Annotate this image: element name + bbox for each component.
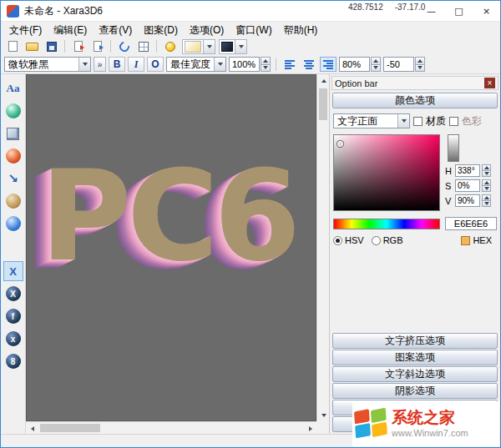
menu-edit[interactable]: 编辑(E) [48, 22, 93, 38]
spin-up-icon[interactable] [482, 179, 491, 185]
animation-tool-button[interactable] [3, 214, 23, 234]
angle-value-field[interactable]: -50 [383, 57, 414, 72]
color-sphere-icon [6, 103, 21, 118]
saturation-value-field[interactable]: 0% [455, 179, 480, 192]
hex-value-field[interactable]: E6E6E6 [445, 217, 497, 230]
font-list-button[interactable]: » [94, 57, 106, 72]
hue-value-field[interactable]: 338° [455, 164, 480, 177]
spin-down-icon[interactable] [371, 64, 381, 73]
tool-sidebar: Aa ↘ X X f x 8 [1, 74, 26, 434]
menu-view[interactable]: 查看(V) [93, 22, 138, 38]
value-gradient-bar[interactable] [448, 134, 459, 162]
lighting-button[interactable] [161, 38, 179, 54]
menu-design[interactable]: 图案(D) [138, 22, 184, 38]
align-left-button[interactable] [281, 57, 298, 72]
color-tool-button[interactable] [3, 101, 23, 121]
spin-down-icon[interactable] [261, 64, 271, 73]
width-mode-select[interactable]: 最佳宽度 [166, 57, 226, 72]
scroll-up-icon[interactable] [317, 74, 330, 87]
orb-f-icon: f [6, 309, 21, 324]
hsv-radio[interactable] [333, 236, 342, 245]
value-value-field[interactable]: 90% [455, 194, 480, 207]
grid-button[interactable] [134, 38, 152, 54]
scroll-right-icon[interactable] [304, 422, 316, 435]
scale-value-field[interactable]: 100% [229, 57, 260, 72]
vertical-scroll-thumb[interactable] [319, 88, 327, 120]
color-checkbox[interactable] [449, 117, 458, 126]
spin-up-icon[interactable] [261, 57, 271, 64]
text-extrusion-options-button[interactable]: 文字挤压选项 [332, 333, 498, 349]
view-style-dropdown[interactable] [219, 39, 247, 54]
orb-8-tool-button[interactable]: 8 [3, 351, 23, 371]
shadow-options-button[interactable]: 阴影选项 [332, 383, 498, 399]
select-x-tool-button[interactable]: X [3, 261, 23, 281]
vertical-scrollbar[interactable] [316, 74, 329, 421]
open-button[interactable] [23, 38, 41, 54]
menu-window[interactable]: 窗口(W) [230, 22, 277, 38]
import-button[interactable] [69, 38, 87, 54]
font-select[interactable]: 微软雅黑 [4, 57, 91, 72]
hsv-label: HSV [345, 235, 364, 245]
close-button[interactable]: × [473, 1, 500, 21]
chevron-down-icon[interactable] [78, 58, 90, 71]
spin-down-icon[interactable] [415, 64, 425, 73]
text-tool-button[interactable]: Aa [3, 78, 23, 98]
spin-down-icon[interactable] [482, 185, 491, 192]
canvas-3d-text[interactable]: PC6 [40, 143, 296, 289]
chevron-down-icon[interactable] [235, 40, 246, 53]
texture-tool-button[interactable] [3, 191, 23, 211]
hue-gradient-bar[interactable] [333, 219, 440, 229]
align-right-icon [323, 59, 333, 69]
surface-select[interactable]: 文字正面 [333, 113, 410, 128]
spin-up-icon[interactable] [482, 194, 491, 200]
rgb-radio[interactable] [372, 236, 381, 245]
chevron-down-icon[interactable] [203, 40, 215, 53]
spin-down-icon[interactable] [482, 200, 491, 207]
spin-up-icon[interactable] [371, 57, 381, 64]
color-swatch-dropdown[interactable] [182, 39, 215, 54]
menu-options[interactable]: 选项(O) [184, 22, 230, 38]
watermark-text: 系统之家 www.Winwin7.com [392, 409, 468, 439]
chevron-down-icon[interactable] [397, 114, 409, 128]
bold-button[interactable]: B [109, 57, 125, 72]
new-button[interactable] [4, 38, 22, 54]
maximize-button[interactable]: □ [445, 1, 473, 21]
spin-down-icon[interactable] [482, 170, 491, 177]
option-bar-close-button[interactable]: × [484, 78, 495, 88]
undo-button[interactable] [115, 38, 133, 54]
orb-x-tool-button[interactable]: X [3, 284, 23, 304]
outline-button[interactable]: O [147, 57, 164, 72]
canvas[interactable]: PC6 [26, 74, 316, 421]
spin-up-icon[interactable] [415, 57, 425, 64]
scroll-down-icon[interactable] [317, 409, 330, 421]
export-button[interactable] [89, 38, 106, 54]
new-document-icon [8, 41, 18, 52]
scroll-left-icon[interactable] [26, 422, 38, 435]
menu-help[interactable]: 帮助(H) [278, 22, 324, 38]
horizontal-scrollbar[interactable] [26, 421, 316, 434]
save-button[interactable] [43, 38, 60, 54]
extrude-tool-button[interactable] [3, 123, 23, 143]
shadow-tool-button[interactable]: ↘ [3, 169, 23, 189]
saturation-value-picker[interactable] [333, 134, 440, 211]
zoom-value-field[interactable]: 80% [339, 57, 370, 72]
menu-file[interactable]: 文件(F) [3, 22, 48, 38]
align-right-button[interactable] [320, 57, 337, 72]
hex-checkbox[interactable] [461, 236, 470, 245]
canvas-area: PC6 [26, 74, 329, 434]
text-bevel-options-button[interactable]: 文字斜边选项 [332, 366, 498, 382]
toolbar-separator [64, 40, 65, 53]
horizontal-scroll-thumb[interactable] [40, 424, 100, 432]
spin-up-icon[interactable] [482, 164, 491, 170]
design-options-button[interactable]: 图案选项 [332, 350, 498, 365]
italic-button[interactable]: I [128, 57, 144, 72]
orb-x2-tool-button[interactable]: x [3, 329, 23, 349]
color-options-button[interactable]: 颜色选项 [332, 93, 498, 108]
align-center-button[interactable] [301, 57, 317, 72]
picker-marker[interactable] [337, 141, 343, 147]
option-bar-header[interactable]: Option bar × [331, 76, 498, 90]
material-checkbox[interactable] [413, 117, 423, 126]
bevel-tool-button[interactable] [3, 146, 23, 166]
chevron-down-icon[interactable] [214, 58, 225, 71]
orb-f-tool-button[interactable]: f [3, 306, 23, 326]
